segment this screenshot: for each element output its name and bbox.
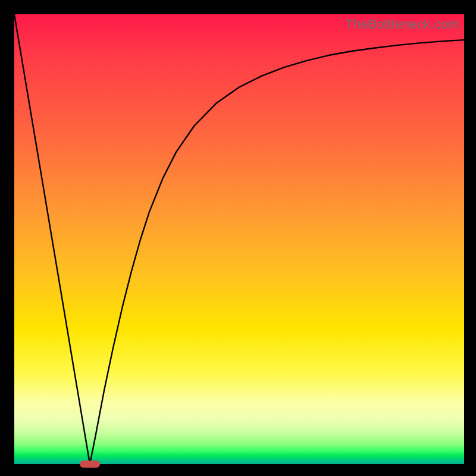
- chart-container: TheBottleneck.com: [0, 0, 476, 476]
- curve-path: [14, 14, 464, 464]
- plot-area: TheBottleneck.com: [14, 14, 464, 464]
- min-marker: [80, 461, 100, 468]
- bottleneck-curve: [14, 14, 464, 464]
